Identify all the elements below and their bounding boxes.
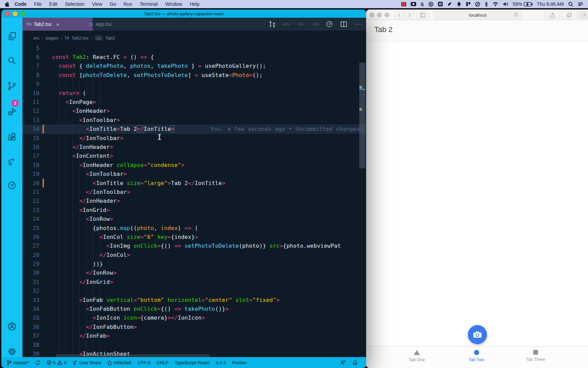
- ring-icon[interactable]: [428, 1, 434, 7]
- bell-menu-icon[interactable]: [457, 1, 461, 7]
- navigate-position-icon[interactable]: [297, 21, 304, 28]
- camera-menu-icon[interactable]: [411, 1, 416, 7]
- peacock-color-status[interactable]: #00b3e6: [108, 360, 131, 365]
- volume-icon[interactable]: [503, 1, 508, 7]
- new-tab-button[interactable]: +: [578, 11, 588, 19]
- split-editor-icon[interactable]: [340, 21, 347, 28]
- code-line[interactable]: 29 ))}: [22, 259, 366, 268]
- breadcrumb-src[interactable]: src: [33, 35, 39, 41]
- explorer-icon[interactable]: [7, 31, 17, 41]
- sync-status[interactable]: [35, 360, 40, 365]
- code-line[interactable]: 18 <IonHeader collapse="condense">: [22, 160, 366, 169]
- eol-status[interactable]: CRLF: [157, 360, 168, 365]
- live-share-icon[interactable]: [7, 157, 17, 166]
- share-button[interactable]: [544, 11, 560, 19]
- code-line[interactable]: 7 const { deletePhoto, photos, takePhoto…: [22, 62, 366, 71]
- zoom-window-button[interactable]: [385, 13, 389, 17]
- encoding-status[interactable]: UTF-8: [137, 360, 150, 365]
- more-actions-icon[interactable]: ···: [355, 21, 361, 28]
- code-line[interactable]: 6const Tab2: React.FC = () => {: [22, 52, 366, 61]
- code-line[interactable]: 19 <IonToolbar>: [22, 169, 366, 178]
- bluetooth-icon[interactable]: [485, 1, 488, 7]
- code-line[interactable]: 5: [22, 45, 366, 52]
- vscode-titlebar[interactable]: Tab2.tsx — photo-gallery-capacitor-react: [1, 10, 366, 18]
- breadcrumb-pages[interactable]: pages: [46, 35, 58, 41]
- code-line[interactable]: 30 </IonRow>: [22, 269, 366, 277]
- navigate-back-icon[interactable]: [283, 21, 290, 28]
- code-line[interactable]: 13 <IonToolbar>: [22, 116, 366, 124]
- zoom-window-button[interactable]: [20, 11, 26, 16]
- breadcrumb-file[interactable]: Tab2.tsx: [71, 35, 88, 41]
- navigate-forward-icon[interactable]: [312, 21, 318, 28]
- camera-fab-button[interactable]: [468, 325, 487, 344]
- menu-help[interactable]: Help: [186, 1, 203, 7]
- live-share-status[interactable]: Live Share: [73, 360, 102, 365]
- code-line[interactable]: 9: [22, 80, 366, 89]
- code-line[interactable]: 33 <IonFab vertical="bottom" horizontal=…: [22, 295, 366, 304]
- run-file-icon[interactable]: [326, 21, 333, 28]
- formatter-status[interactable]: Prettier: [232, 360, 247, 365]
- wifi-icon[interactable]: [492, 1, 499, 7]
- ts-version-status[interactable]: 4.0.2: [216, 360, 226, 365]
- problems-status[interactable]: 0 0: [47, 360, 67, 365]
- run-debug-icon[interactable]: [7, 107, 17, 117]
- back-button[interactable]: [394, 11, 404, 19]
- horizontal-scrollbar[interactable]: [56, 354, 210, 357]
- code-line[interactable]: 10 return (: [22, 89, 366, 97]
- code-line[interactable]: 14 <IonTitle>Tab 2</IonTitle>You, a few …: [22, 125, 366, 134]
- notifications-bell-icon[interactable]: [353, 360, 357, 365]
- menu-file[interactable]: File: [30, 1, 46, 7]
- search-icon[interactable]: [7, 56, 17, 65]
- spotlight-icon[interactable]: [568, 1, 573, 7]
- control-center-icon[interactable]: [578, 1, 583, 7]
- code-line[interactable]: 20 <IonTitle size="large">Tab 2</IonTitl…: [22, 179, 366, 187]
- menu-terminal[interactable]: Terminal: [136, 1, 162, 7]
- code-line[interactable]: 27 <IonImg onClick={() => setPhotoToDele…: [22, 242, 366, 250]
- code-line[interactable]: 22 </IonHeader>: [22, 197, 366, 205]
- tab-two-button[interactable]: Tab Two: [453, 350, 500, 362]
- sidebar-button[interactable]: [416, 11, 429, 19]
- battery-indicator[interactable]: 59%: [513, 1, 533, 7]
- language-mode-status[interactable]: TypeScript React: [175, 360, 210, 365]
- tab-tab2-tsx[interactable]: TS Tab2.tsx ×: [22, 18, 93, 31]
- menu-run[interactable]: Run: [120, 1, 136, 7]
- menu-window[interactable]: Window: [162, 1, 186, 7]
- refresh-icon[interactable]: [514, 12, 519, 18]
- code-line[interactable]: 16 </IonHeader>: [22, 142, 366, 151]
- menu-selection[interactable]: Selection: [61, 1, 88, 7]
- code-line[interactable]: 38: [22, 340, 366, 349]
- feedback-icon[interactable]: [340, 360, 346, 365]
- minimize-window-button[interactable]: [13, 11, 18, 16]
- open-changes-icon[interactable]: [269, 21, 276, 28]
- code-line[interactable]: 11 <IonPage>: [22, 97, 366, 106]
- vertical-scrollbar[interactable]: [359, 63, 365, 168]
- code-line[interactable]: 28 </IonCol>: [22, 250, 366, 259]
- code-line[interactable]: 32: [22, 287, 366, 295]
- minimize-window-button[interactable]: [377, 13, 382, 17]
- rocket-icon[interactable]: [447, 1, 452, 7]
- tab-one-button[interactable]: Tab One: [393, 350, 441, 362]
- source-control-icon[interactable]: [7, 81, 17, 91]
- address-bar[interactable]: localhost: [434, 11, 521, 19]
- tab-app-tsx[interactable]: TS App.tsx: [84, 18, 153, 31]
- code-line[interactable]: 15 </IonToolbar>: [22, 134, 366, 142]
- menu-edit[interactable]: Edit: [46, 1, 61, 7]
- forward-button[interactable]: [405, 11, 414, 19]
- code-line[interactable]: 24 <IonRow>: [22, 214, 366, 223]
- columns-icon[interactable]: [466, 1, 471, 7]
- code-line[interactable]: 26 <IonCol size="6" key={index}>: [22, 232, 366, 241]
- close-window-button[interactable]: [5, 11, 10, 16]
- breadcrumb-symbol[interactable]: Tab2: [105, 35, 115, 41]
- code-line[interactable]: 31 </IonGrid>: [22, 277, 366, 286]
- live-server-icon[interactable]: [7, 181, 17, 190]
- tab-three-button[interactable]: Tab Three: [512, 350, 559, 362]
- code-line[interactable]: 34 <IonFabButton onClick={() => takePhot…: [22, 304, 366, 313]
- code-editor[interactable]: 56const Tab2: React.FC = () => {7 const …: [22, 45, 366, 357]
- code-line[interactable]: 36 </IonFabButton>: [22, 322, 366, 331]
- code-line[interactable]: 12 <IonHeader>: [22, 107, 366, 116]
- menu-go[interactable]: Go: [106, 1, 120, 7]
- code-line[interactable]: 21 </IonToolbar>: [22, 187, 366, 196]
- menu-clock[interactable]: Thu 8:46 AM: [537, 1, 564, 7]
- settings-gear-icon[interactable]: [7, 347, 17, 356]
- menu-view[interactable]: View: [88, 1, 106, 7]
